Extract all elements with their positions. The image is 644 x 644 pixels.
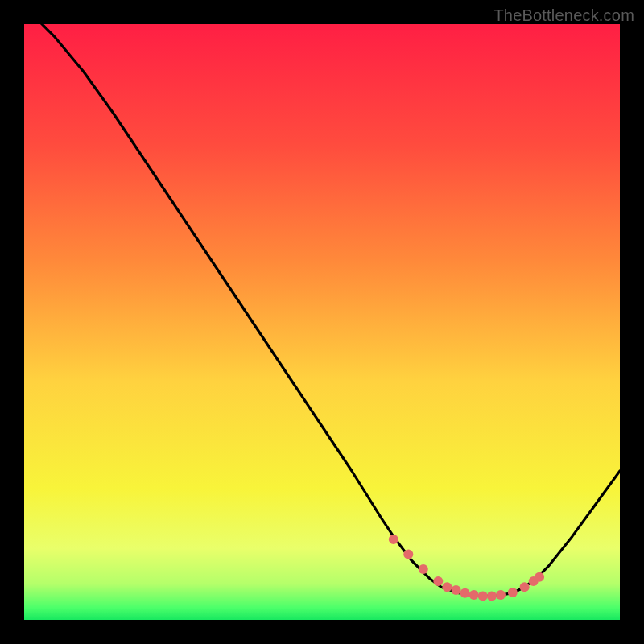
optimal-marker [460, 588, 470, 598]
optimal-marker [535, 572, 544, 582]
chart-svg [24, 24, 620, 620]
optimal-marker [496, 590, 506, 600]
optimal-marker [478, 591, 488, 601]
plot-area [24, 24, 620, 620]
optimal-marker [419, 564, 428, 574]
optimal-marker [403, 550, 413, 559]
optimal-marker [469, 590, 479, 600]
optimal-marker [508, 588, 518, 597]
chart-container: TheBottleneck.com [0, 0, 644, 644]
optimal-marker [487, 591, 497, 601]
optimal-marker [452, 585, 461, 595]
optimal-marker [442, 582, 452, 592]
optimal-marker [520, 582, 530, 592]
optimal-marker [433, 576, 443, 586]
optimal-marker [389, 535, 398, 544]
watermark-text: TheBottleneck.com [493, 6, 634, 25]
